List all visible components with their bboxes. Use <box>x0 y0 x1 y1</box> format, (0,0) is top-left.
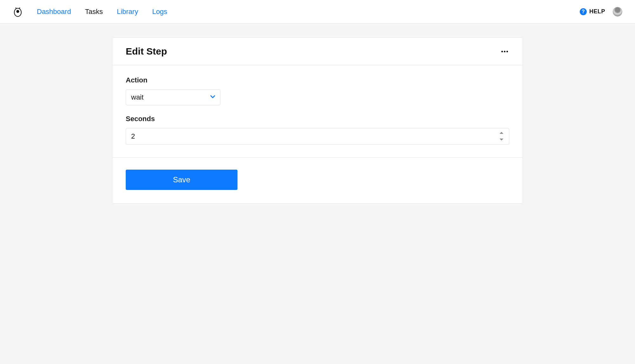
help-label: HELP <box>589 8 605 15</box>
topbar-right: ? HELP <box>580 7 622 16</box>
card-footer: Save <box>112 158 523 203</box>
nav-links: Dashboard Tasks Library Logs <box>37 8 167 16</box>
nav-dashboard[interactable]: Dashboard <box>37 8 71 16</box>
svg-point-3 <box>19 7 20 8</box>
action-label: Action <box>126 76 509 84</box>
help-button[interactable]: ? HELP <box>580 8 605 15</box>
avatar[interactable] <box>613 7 622 16</box>
app-logo[interactable] <box>13 7 23 17</box>
seconds-input[interactable] <box>126 128 509 145</box>
card-title: Edit Step <box>126 46 167 57</box>
save-button[interactable]: Save <box>126 170 237 190</box>
card-header: Edit Step <box>112 38 523 65</box>
content-area: Edit Step Action wait Seconds Save <box>0 23 635 204</box>
logo-icon <box>13 7 23 17</box>
topbar: Dashboard Tasks Library Logs ? HELP <box>0 0 635 23</box>
svg-point-1 <box>17 10 19 13</box>
card-body: Action wait Seconds <box>112 65 523 158</box>
seconds-label: Seconds <box>126 115 509 123</box>
action-select[interactable]: wait <box>126 89 220 105</box>
svg-point-2 <box>16 7 17 8</box>
dots-icon <box>501 51 503 52</box>
nav-tasks[interactable]: Tasks <box>85 8 103 16</box>
card-menu-button[interactable] <box>500 49 509 54</box>
action-select-wrap: wait <box>126 89 220 105</box>
edit-step-card: Edit Step Action wait Seconds Save <box>112 37 523 204</box>
question-icon: ? <box>580 8 587 15</box>
topbar-left: Dashboard Tasks Library Logs <box>13 7 167 17</box>
nav-library[interactable]: Library <box>117 8 138 16</box>
nav-logs[interactable]: Logs <box>152 8 167 16</box>
